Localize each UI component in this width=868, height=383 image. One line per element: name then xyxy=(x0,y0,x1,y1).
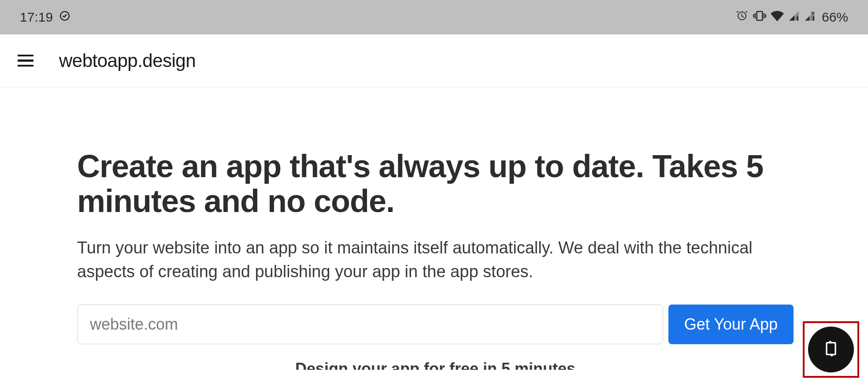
hero-section: Create an app that's always up to date. … xyxy=(0,87,868,370)
url-input-row: Get Your App xyxy=(77,305,794,344)
svg-rect-4 xyxy=(813,16,814,17)
status-left-cluster: 17:19 xyxy=(20,10,70,25)
rotate-device-fab[interactable] xyxy=(808,327,854,372)
signal-icon-2: R xyxy=(804,10,816,25)
rotate-device-icon xyxy=(822,340,840,359)
svg-rect-1 xyxy=(797,16,798,17)
svg-text:R: R xyxy=(811,11,814,15)
status-time: 17:19 xyxy=(20,10,53,25)
hero-subtext: Turn your website into an app so it main… xyxy=(77,236,791,283)
vibrate-icon xyxy=(753,9,766,26)
wifi-icon xyxy=(771,9,784,26)
website-url-input[interactable] xyxy=(77,305,663,344)
get-your-app-button[interactable]: Get Your App xyxy=(668,305,794,344)
signal-icon-1 xyxy=(788,10,800,25)
menu-icon[interactable] xyxy=(18,53,33,69)
hero-headline: Create an app that's always up to date. … xyxy=(77,149,791,219)
hero-footline: Design your app for free in 5 minutes xyxy=(77,357,794,370)
fab-highlight-box xyxy=(803,321,859,378)
svg-rect-3 xyxy=(812,17,814,21)
battery-percentage: 66% xyxy=(822,10,848,25)
sync-check-icon xyxy=(59,10,70,25)
android-status-bar: 17:19 R 66% xyxy=(0,0,868,34)
app-top-bar: webtoapp.design xyxy=(0,34,868,87)
status-right-cluster: R 66% xyxy=(735,9,848,26)
app-brand-title: webtoapp.design xyxy=(59,50,196,71)
alarm-icon xyxy=(735,9,749,26)
svg-rect-0 xyxy=(797,17,798,21)
